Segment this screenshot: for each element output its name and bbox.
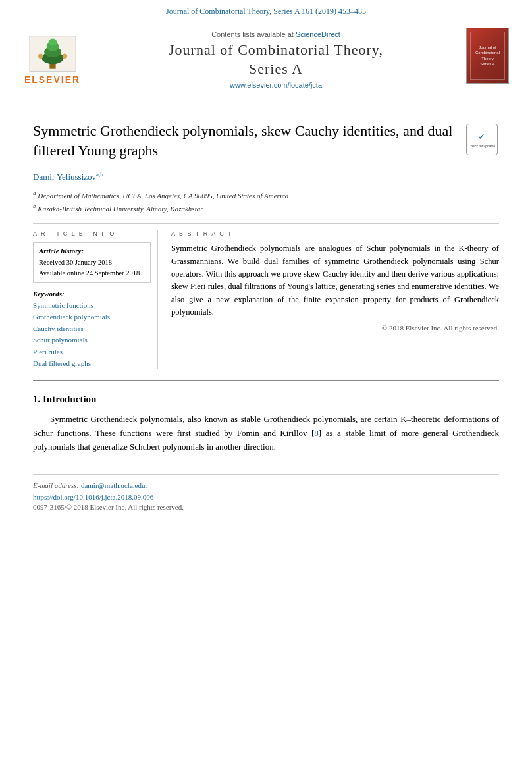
svg-point-5 (48, 38, 57, 45)
sciencedirect-link[interactable]: ScienceDirect (296, 30, 340, 38)
elsevier-label: ELSEVIER (24, 74, 80, 85)
author-sup: a,b (96, 171, 103, 178)
affil-b-sup: b (33, 203, 36, 209)
affiliation-b: b Kazakh-British Technical University, A… (33, 202, 499, 214)
check-for-updates-badge: ✓ Check for updates (466, 124, 499, 155)
email-line: E-mail address: damir@math.ucla.edu. (33, 481, 499, 489)
section-number: 1. (33, 394, 40, 404)
affil-a-sup: a (33, 190, 36, 196)
svg-point-7 (62, 53, 66, 58)
check-badge-icon: ✓ (478, 130, 486, 143)
top-journal-ref: Journal of Combinatorial Theory, Series … (0, 0, 532, 22)
section-divider (33, 380, 499, 381)
footer-section: E-mail address: damir@math.ucla.edu. htt… (33, 474, 499, 511)
main-content: Symmetric Grothendieck polynomials, skew… (0, 97, 532, 523)
check-badge: ✓ Check for updates (466, 124, 498, 155)
two-col-section: A R T I C L E I N F O Article history: R… (33, 230, 499, 369)
check-badge-label: Check for updates (469, 144, 496, 149)
article-history-box: Article history: Received 30 January 201… (33, 242, 151, 283)
affiliation-a: a Department of Mathematics, UCLA, Los A… (33, 189, 499, 201)
article-info-heading: A R T I C L E I N F O (33, 230, 151, 237)
ref-8-link[interactable]: 8 (314, 428, 319, 438)
journal-url-link[interactable]: www.elsevier.com/locate/jcta (230, 81, 322, 89)
contents-available: Contents lists available at ScienceDirec… (211, 30, 340, 38)
page-wrapper: Journal of Combinatorial Theory, Series … (0, 0, 532, 765)
article-info-col: A R T I C L E I N F O Article history: R… (33, 230, 158, 369)
journal-title-header: Journal of Combinatorial Theory, Series … (169, 41, 383, 78)
affil-a-text: Department of Mathematics, UCLA, Los Ang… (38, 192, 288, 199)
abstract-copyright: © 2018 Elsevier Inc. All rights reserved… (171, 324, 499, 332)
keyword-3: Cauchy identities (33, 323, 151, 335)
journal-header-center: Contents lists available at ScienceDirec… (92, 28, 460, 92)
keyword-2: Grothendieck polynomials (33, 311, 151, 323)
email-address-link[interactable]: damir@math.ucla.edu (81, 481, 146, 489)
article-title-row: Symmetric Grothendieck polynomials, skew… (33, 121, 499, 160)
elsevier-tree-icon (26, 35, 79, 74)
intro-paragraph-1: Symmetric Grothendieck polynomials, also… (33, 413, 499, 454)
journal-cover: Journal of Combinatorial Theory Series A (466, 28, 512, 92)
abstract-heading: A B S T R A C T (171, 230, 499, 237)
cover-overlay-text: Journal of Combinatorial Theory Series A (473, 42, 502, 70)
affil-b-text: Kazakh-British Technical University, Alm… (38, 205, 203, 213)
affiliations: a Department of Mathematics, UCLA, Los A… (33, 189, 499, 214)
doi-line: https://doi.org/10.1016/j.jcta.2018.09.0… (33, 493, 499, 501)
journal-cover-image: Journal of Combinatorial Theory Series A (466, 28, 509, 84)
journal-url: www.elsevier.com/locate/jcta (230, 81, 322, 89)
history-title: Article history: (39, 247, 145, 255)
elsevier-logo: ELSEVIER (20, 28, 92, 92)
keyword-5: Pieri rules (33, 346, 151, 358)
history-available: Available online 24 September 2018 (39, 268, 145, 278)
history-received: Received 30 January 2018 (39, 257, 145, 268)
author-line: Damir Yeliussizova,b (33, 171, 499, 182)
keyword-1: Symmetric functions (33, 300, 151, 312)
abstract-col: A B S T R A C T Symmetric Grothendieck p… (171, 230, 499, 369)
footer-copyright: 0097-3165/© 2018 Elsevier Inc. All right… (33, 503, 499, 511)
keywords-section: Keywords: Symmetric functions Grothendie… (33, 290, 151, 370)
author-name: Damir Yeliussizov (33, 172, 96, 182)
keywords-title: Keywords: (33, 290, 151, 298)
article-title-text: Symmetric Grothendieck polynomials, skew… (33, 121, 458, 160)
svg-point-6 (38, 53, 42, 58)
divider-1 (33, 223, 499, 224)
introduction-title: 1. Introduction (33, 394, 499, 405)
abstract-text: Symmetric Grothendieck polynomials are a… (171, 242, 499, 319)
section-title-text: Introduction (43, 394, 96, 404)
doi-link[interactable]: https://doi.org/10.1016/j.jcta.2018.09.0… (33, 493, 153, 501)
header-banner: ELSEVIER Contents lists available at Sci… (20, 22, 512, 97)
keyword-6: Dual filtered graphs (33, 358, 151, 370)
keyword-4: Schur polynomials (33, 334, 151, 346)
email-label: E-mail address: (33, 481, 79, 489)
top-journal-text: Journal of Combinatorial Theory, Series … (166, 7, 366, 16)
